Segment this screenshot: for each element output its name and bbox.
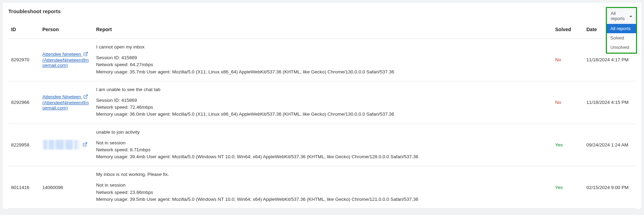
cell-report: I cannot open my inboxSession ID: 415869… bbox=[93, 39, 552, 81]
col-id[interactable]: ID bbox=[8, 23, 40, 39]
page-title: Troubleshoot reports bbox=[8, 8, 636, 14]
svg-line-2 bbox=[85, 143, 87, 145]
cell-report: unable to join activityNot in sessionNet… bbox=[93, 124, 552, 166]
cell-person: Attendee Nineteen (AttendeeNineteen@noem… bbox=[40, 39, 93, 81]
person-link[interactable]: Attendee Nineteen (AttendeeNineteen@noem… bbox=[42, 94, 89, 110]
cell-solved: No bbox=[552, 81, 584, 124]
cell-person: Attendee Nineteen (AttendeeNineteen@noem… bbox=[40, 81, 93, 124]
report-title: My inbox is not working. Please fix. bbox=[96, 172, 550, 177]
cell-id: 8292970 bbox=[8, 39, 40, 81]
cell-id: 8229958 bbox=[8, 124, 40, 166]
cell-date: 09/24/2024 1:24 AM bbox=[584, 124, 636, 166]
cell-date: 11/18/2024 4:15 PM bbox=[584, 81, 636, 124]
table-row: 8229958unable to join activityNot in ses… bbox=[8, 124, 636, 166]
filter-dropdown[interactable]: All reports All reports Solved Unsolved bbox=[606, 7, 637, 54]
caret-up-icon bbox=[629, 15, 632, 17]
cell-report: My inbox is not working. Please fix.Not … bbox=[93, 166, 552, 209]
cell-id: 8292966 bbox=[8, 81, 40, 124]
filter-option-all[interactable]: All reports bbox=[607, 24, 636, 33]
svg-line-0 bbox=[85, 52, 87, 54]
col-report[interactable]: Report bbox=[93, 23, 552, 39]
report-title: I cannot open my inbox bbox=[96, 44, 550, 50]
svg-line-1 bbox=[85, 95, 87, 97]
person-link[interactable]: Attendee Nineteen (AttendeeNineteen@noem… bbox=[42, 52, 89, 68]
filter-option-solved[interactable]: Solved bbox=[607, 33, 636, 43]
external-link-icon bbox=[83, 52, 88, 57]
reports-panel: Troubleshoot reports All reports All rep… bbox=[3, 3, 641, 209]
filter-selected-label: All reports bbox=[611, 11, 629, 21]
redacted-person bbox=[42, 140, 80, 150]
filter-option-unsolved[interactable]: Unsolved bbox=[607, 43, 636, 52]
report-meta: Session ID: 415869Network speed: 72.46mb… bbox=[96, 97, 550, 118]
filter-options-list: All reports Solved Unsolved bbox=[607, 24, 636, 53]
table-row: 8292966Attendee Nineteen (AttendeeNinete… bbox=[8, 81, 636, 124]
person-text: 14060096 bbox=[42, 185, 63, 190]
report-title: unable to join activity bbox=[96, 129, 550, 135]
filter-select[interactable]: All reports bbox=[608, 9, 635, 23]
cell-person bbox=[40, 124, 93, 166]
col-solved[interactable]: Solved bbox=[552, 23, 584, 39]
report-title: I am unable to see the chat tab bbox=[96, 87, 550, 92]
cell-solved: Yes bbox=[552, 124, 584, 166]
table-row: 8292970Attendee Nineteen (AttendeeNinete… bbox=[8, 39, 636, 81]
reports-table: ID Person Report Solved Date 8292970Atte… bbox=[8, 23, 636, 209]
report-meta: Not in sessionNetwork speed: 8.71mbpsMem… bbox=[96, 140, 550, 161]
table-header-row: ID Person Report Solved Date bbox=[8, 23, 636, 39]
report-meta: Session ID: 415869Network speed: 64.27mb… bbox=[96, 54, 550, 75]
cell-date: 02/15/2024 9:00 PM bbox=[584, 166, 636, 209]
external-link-icon bbox=[83, 94, 88, 100]
external-link-icon bbox=[83, 142, 87, 148]
col-person[interactable]: Person bbox=[40, 23, 93, 39]
cell-person: 14060096 bbox=[40, 166, 93, 209]
table-row: 801141614060096My inbox is not working. … bbox=[8, 166, 636, 209]
cell-id: 8011416 bbox=[8, 166, 40, 209]
cell-report: I am unable to see the chat tabSession I… bbox=[93, 81, 552, 124]
report-meta: Not in sessionNetwork speed: 23.66mbpsMe… bbox=[96, 182, 550, 203]
cell-solved: No bbox=[552, 39, 584, 81]
cell-solved: Yes bbox=[552, 166, 584, 209]
